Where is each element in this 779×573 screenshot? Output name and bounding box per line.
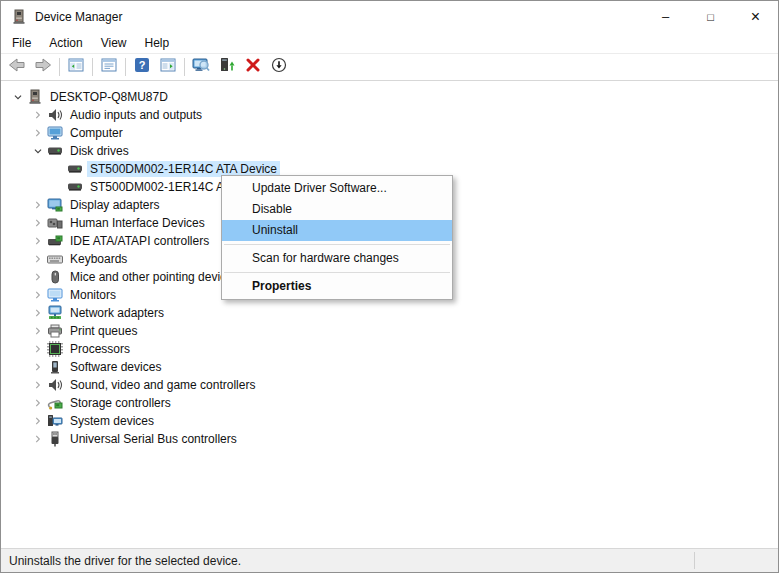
minimize-icon: –: [662, 9, 669, 24]
tree-row[interactable]: Network adapters: [1, 304, 778, 322]
chevron-right-icon[interactable]: [29, 395, 47, 411]
chevron-right-icon[interactable]: [29, 413, 47, 429]
tree-label: IDE ATA/ATAPI controllers: [67, 233, 212, 249]
disable-button[interactable]: [266, 55, 292, 79]
console-tree-icon: [67, 57, 85, 77]
svg-text:?: ?: [139, 59, 146, 71]
help-button[interactable]: ?: [129, 55, 155, 79]
tree-row[interactable]: Print queues: [1, 322, 778, 340]
device-manager-icon: [11, 9, 27, 25]
action-pane-icon: [159, 57, 177, 77]
context-menu-item-update-driver-software[interactable]: Update Driver Software...: [222, 178, 452, 199]
tree-row[interactable]: Storage controllers: [1, 394, 778, 412]
menubar-item-view[interactable]: View: [92, 33, 136, 53]
forward-button[interactable]: [30, 55, 56, 79]
maximize-button[interactable]: □: [688, 1, 733, 32]
update-driver-button[interactable]: [214, 55, 240, 79]
tree-label: Mice and other pointing devices: [67, 269, 242, 285]
tree-label: Computer: [67, 125, 126, 141]
tree-row[interactable]: Processors: [1, 340, 778, 358]
usb-icon: [47, 431, 63, 447]
device-manager-window: Device Manager –□× FileActionViewHelp ? …: [0, 0, 779, 573]
chevron-down-icon[interactable]: [29, 143, 47, 159]
context-menu: Update Driver Software...DisableUninstal…: [221, 175, 453, 300]
tree-row[interactable]: DESKTOP-Q8MU87D: [1, 88, 778, 106]
disk-drive-icon: [47, 143, 63, 159]
statusbar-divider: [694, 552, 695, 569]
window-title: Device Manager: [35, 10, 122, 24]
chevron-right-icon[interactable]: [29, 233, 47, 249]
ide-controller-icon: [47, 233, 63, 249]
tree-row[interactable]: Sound, video and game controllers: [1, 376, 778, 394]
network-adapter-icon: [47, 305, 63, 321]
tree-label: Keyboards: [67, 251, 130, 267]
chevron-right-icon[interactable]: [29, 125, 47, 141]
chevron-right-icon[interactable]: [29, 377, 47, 393]
back-arrow-icon: [8, 57, 26, 77]
speaker-icon: [47, 377, 63, 393]
chevron-right-icon[interactable]: [29, 359, 47, 375]
chevron-right-icon[interactable]: [29, 269, 47, 285]
chevron-right-icon[interactable]: [29, 341, 47, 357]
caption-buttons: –□×: [643, 1, 778, 32]
status-text: Uninstalls the driver for the selected d…: [1, 554, 241, 568]
device-tree: DESKTOP-Q8MU87DAudio inputs and outputsC…: [1, 81, 778, 548]
statusbar: Uninstalls the driver for the selected d…: [1, 548, 778, 572]
system-device-icon: [47, 413, 63, 429]
uninstall-button[interactable]: [240, 55, 266, 79]
forward-arrow-icon: [34, 57, 52, 77]
red-x-icon: [244, 57, 262, 77]
chevron-right-icon[interactable]: [29, 323, 47, 339]
update-driver-icon: [218, 57, 236, 77]
tree-label: Software devices: [67, 359, 164, 375]
minimize-button[interactable]: –: [643, 1, 688, 32]
chevron-right-icon[interactable]: [29, 197, 47, 213]
chevron-right-icon[interactable]: [29, 431, 47, 447]
chevron-spacer: [49, 161, 67, 177]
tree-label: Monitors: [67, 287, 119, 303]
keyboard-icon: [47, 251, 63, 267]
computer-tower-icon: [27, 89, 43, 105]
chevron-right-icon[interactable]: [29, 287, 47, 303]
context-menu-item-disable[interactable]: Disable: [222, 199, 452, 220]
context-menu-separator: [224, 272, 450, 273]
tree-row[interactable]: Software devices: [1, 358, 778, 376]
toolbar-separator: [125, 58, 126, 76]
toolbar-separator: [92, 58, 93, 76]
toolbar-separator: [184, 58, 185, 76]
menubar-item-file[interactable]: File: [3, 33, 40, 53]
tree-row[interactable]: Universal Serial Bus controllers: [1, 430, 778, 448]
chevron-spacer: [49, 179, 67, 195]
tree-label: Network adapters: [67, 305, 167, 321]
tree-label: Human Interface Devices: [67, 215, 208, 231]
console-tree-button[interactable]: [63, 55, 89, 79]
close-button[interactable]: ×: [733, 1, 778, 32]
scan-hardware-button[interactable]: [188, 55, 214, 79]
context-menu-item-uninstall[interactable]: Uninstall: [222, 220, 452, 241]
tree-row[interactable]: Computer: [1, 124, 778, 142]
chevron-right-icon[interactable]: [29, 215, 47, 231]
maximize-icon: □: [707, 11, 714, 23]
menubar-item-action[interactable]: Action: [40, 33, 91, 53]
printer-icon: [47, 323, 63, 339]
tree-label: Disk drives: [67, 143, 132, 159]
menubar-item-help[interactable]: Help: [136, 33, 179, 53]
chevron-right-icon[interactable]: [29, 251, 47, 267]
chevron-right-icon[interactable]: [29, 107, 47, 123]
back-button[interactable]: [4, 55, 30, 79]
tree-row[interactable]: System devices: [1, 412, 778, 430]
tree-row[interactable]: Audio inputs and outputs: [1, 106, 778, 124]
help-icon: ?: [133, 57, 151, 77]
tree-row[interactable]: Disk drives: [1, 142, 778, 160]
context-menu-item-properties[interactable]: Properties: [222, 276, 452, 297]
tree-label: Processors: [67, 341, 133, 357]
titlebar: Device Manager –□×: [1, 1, 778, 32]
tree-label: Sound, video and game controllers: [67, 377, 258, 393]
close-icon: ×: [751, 8, 760, 26]
action-pane-button[interactable]: [155, 55, 181, 79]
properties-window-icon: [100, 57, 118, 77]
context-menu-item-scan-for-hardware-changes[interactable]: Scan for hardware changes: [222, 248, 452, 269]
chevron-down-icon[interactable]: [9, 89, 27, 105]
chevron-right-icon[interactable]: [29, 305, 47, 321]
properties-pane-button[interactable]: [96, 55, 122, 79]
